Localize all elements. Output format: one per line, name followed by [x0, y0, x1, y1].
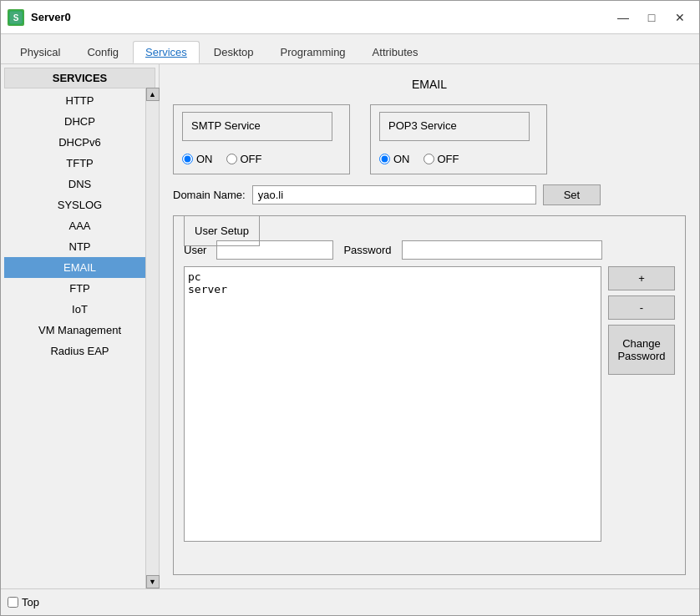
- pop3-off-label[interactable]: OFF: [424, 153, 459, 165]
- sidebar-item-aaa[interactable]: AAA: [4, 215, 155, 236]
- smtp-off-label[interactable]: OFF: [226, 153, 262, 165]
- tab-services[interactable]: Services: [133, 41, 200, 63]
- sidebar-item-ftp[interactable]: FTP: [4, 278, 155, 299]
- tab-desktop[interactable]: Desktop: [201, 41, 266, 63]
- smtp-group: SMTP Service ON OFF: [173, 104, 350, 174]
- window-title: Server0: [31, 11, 611, 23]
- service-row: SMTP Service ON OFF POP3 Service: [173, 104, 686, 174]
- pop3-off-radio[interactable]: [424, 154, 434, 164]
- minimize-button[interactable]: —: [611, 8, 636, 28]
- smtp-off-text: OFF: [241, 153, 262, 165]
- content-area: SERVICES HTTP DHCP DHCPv6 TFTP DNS SYSLO…: [1, 64, 699, 588]
- svg-text:S: S: [13, 13, 19, 23]
- tab-attributes[interactable]: Attributes: [360, 41, 431, 63]
- scroll-up-button[interactable]: ▲: [146, 88, 160, 101]
- titlebar: S Server0 — □ ✕: [1, 1, 699, 34]
- add-user-button[interactable]: +: [608, 266, 675, 290]
- domain-row: Domain Name: Set: [173, 184, 686, 205]
- user-setup-group: User Setup User Password pc server + - C…: [173, 215, 686, 575]
- user-setup-label: User Setup: [184, 215, 260, 246]
- sidebar-item-dhcp[interactable]: DHCP: [4, 111, 155, 132]
- password-label: Password: [343, 244, 391, 256]
- sidebar-item-http[interactable]: HTTP: [4, 90, 155, 111]
- smtp-off-radio[interactable]: [226, 154, 237, 164]
- smtp-radio-row: ON OFF: [182, 153, 332, 165]
- pop3-on-radio[interactable]: [379, 154, 390, 164]
- main-panel: EMAIL SMTP Service ON OFF: [160, 64, 699, 588]
- smtp-label: SMTP Service: [182, 112, 332, 141]
- window-controls: — □ ✕: [611, 8, 692, 28]
- sidebar-item-radius-eap[interactable]: Radius EAP: [4, 341, 155, 361]
- user-action-buttons: + - Change Password: [608, 266, 675, 542]
- sidebar-list: HTTP DHCP DHCPv6 TFTP DNS SYSLOG AAA NTP…: [4, 90, 155, 585]
- user-list-textarea[interactable]: pc server: [184, 266, 601, 542]
- sidebar-item-dhcpv6[interactable]: DHCPv6: [4, 132, 155, 153]
- tab-physical[interactable]: Physical: [8, 41, 73, 63]
- panel-title: EMAIL: [173, 78, 686, 91]
- sidebar-item-iot[interactable]: IoT: [4, 299, 155, 320]
- sidebar-item-ntp[interactable]: NTP: [4, 236, 155, 257]
- pop3-on-text: ON: [393, 153, 410, 165]
- smtp-on-text: ON: [196, 153, 213, 165]
- pop3-radio-row: ON OFF: [379, 153, 530, 165]
- pop3-off-text: OFF: [438, 153, 459, 165]
- sidebar-scrollbar: ▲ ▼: [145, 88, 159, 588]
- sidebar: SERVICES HTTP DHCP DHCPv6 TFTP DNS SYSLO…: [1, 64, 160, 588]
- top-checkbox-label[interactable]: Top: [8, 596, 39, 608]
- sidebar-item-dns[interactable]: DNS: [4, 174, 155, 194]
- remove-user-button[interactable]: -: [608, 295, 675, 320]
- app-window: S Server0 — □ ✕ Physical Config Services…: [0, 0, 700, 616]
- password-input[interactable]: [402, 240, 602, 260]
- pop3-on-label[interactable]: ON: [379, 153, 410, 165]
- sidebar-item-syslog[interactable]: SYSLOG: [4, 194, 155, 215]
- sidebar-item-vm-management[interactable]: VM Management: [4, 320, 155, 341]
- sidebar-item-email[interactable]: EMAIL: [4, 257, 155, 278]
- smtp-on-radio[interactable]: [182, 154, 193, 164]
- scroll-down-button[interactable]: ▼: [146, 575, 160, 588]
- set-button[interactable]: Set: [543, 184, 601, 205]
- tab-bar: Physical Config Services Desktop Program…: [1, 34, 699, 64]
- close-button[interactable]: ✕: [667, 8, 692, 28]
- domain-label: Domain Name:: [173, 189, 246, 201]
- maximize-button[interactable]: □: [639, 8, 664, 28]
- change-password-button[interactable]: Change Password: [608, 325, 675, 375]
- bottombar: Top: [1, 588, 699, 615]
- user-list-area: pc server + - Change Password: [184, 266, 675, 542]
- smtp-on-label[interactable]: ON: [182, 153, 213, 165]
- tab-programming[interactable]: Programming: [268, 41, 358, 63]
- top-label: Top: [22, 596, 39, 608]
- sidebar-header: SERVICES: [4, 68, 155, 88]
- pop3-group: POP3 Service ON OFF: [370, 104, 547, 174]
- app-icon: S: [8, 9, 24, 26]
- tab-config[interactable]: Config: [74, 41, 131, 63]
- pop3-label: POP3 Service: [379, 112, 530, 141]
- sidebar-item-tftp[interactable]: TFTP: [4, 153, 155, 174]
- domain-input[interactable]: [252, 185, 536, 204]
- top-checkbox[interactable]: [8, 597, 18, 608]
